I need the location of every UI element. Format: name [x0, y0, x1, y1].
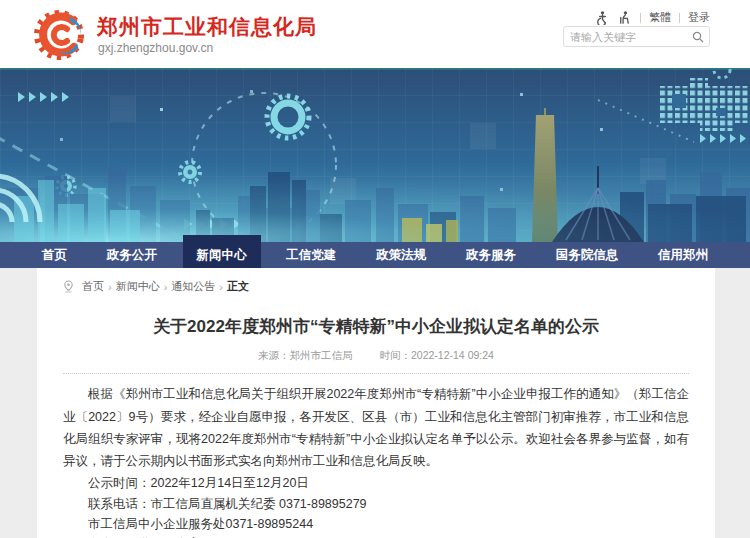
breadcrumb-notices[interactable]: 通知公告 — [171, 279, 215, 294]
search-button[interactable] — [687, 27, 709, 46]
article-source: 来源：郑州市工信局 — [258, 349, 353, 361]
site-header: 郑州市工业和信息化局 gxj.zhengzhou.gov.cn 繁體 登录 — [0, 0, 750, 68]
site-logo-icon — [33, 7, 89, 63]
banner — [0, 68, 750, 242]
accessibility-icon[interactable] — [595, 10, 610, 25]
nav-item-party-building[interactable]: 工信党建 — [272, 242, 350, 268]
site-url: gxj.zhengzhou.gov.cn — [98, 41, 213, 55]
contact-phone-line: 联系电话：市工信局直属机关纪委 0371-89895279 — [63, 495, 689, 513]
breadcrumb-separator: › — [164, 281, 168, 293]
breadcrumb-home[interactable]: 首页 — [82, 279, 104, 294]
breadcrumb-separator: › — [108, 281, 112, 293]
content-area: 首页 › 新闻中心 › 通知公告 › 正文 关于2022年度郑州市“专精特新”中… — [0, 268, 750, 538]
banner-image — [0, 68, 750, 242]
main-nav: 首页 政务公开 新闻中心 工信党建 政策法规 政务服务 国务院信息 信用郑州 — [0, 242, 750, 268]
search-icon — [692, 31, 704, 43]
nav-item-home[interactable]: 首页 — [28, 242, 81, 268]
nav-item-policies[interactable]: 政策法规 — [362, 242, 440, 268]
divider — [63, 373, 689, 374]
article-body: 根据《郑州市工业和信息化局关于组织开展2022年度郑州市“专精特新”中小企业申报… — [63, 383, 689, 538]
breadcrumb-current: 正文 — [227, 279, 249, 294]
publicity-period-line: 公示时间：2022年12月14日至12月20日 — [63, 474, 689, 492]
nav-item-gov-affairs[interactable]: 政务公开 — [93, 242, 171, 268]
search-input[interactable] — [564, 31, 687, 43]
article-card: 首页 › 新闻中心 › 通知公告 › 正文 关于2022年度郑州市“专精特新”中… — [37, 268, 715, 538]
breadcrumb-separator: › — [219, 281, 223, 293]
article-meta: 来源：郑州市工信局 时间：2022-12-14 09:24 — [63, 349, 689, 363]
article-paragraph: 根据《郑州市工业和信息化局关于组织开展2022年度郑州市“专精特新”中小企业申报… — [63, 383, 689, 472]
nav-item-credit-zhengzhou[interactable]: 信用郑州 — [644, 242, 722, 268]
traditional-chinese-link[interactable]: 繁體 — [649, 10, 671, 25]
article-time: 时间：2022-12-14 09:24 — [380, 349, 494, 361]
breadcrumb: 首页 › 新闻中心 › 通知公告 › 正文 — [63, 268, 689, 294]
nav-item-state-council-info[interactable]: 国务院信息 — [542, 242, 633, 268]
site-title: 郑州市工业和信息化局 — [97, 13, 317, 41]
breadcrumb-news-center[interactable]: 新闻中心 — [116, 279, 160, 294]
nav-item-services[interactable]: 政务服务 — [452, 242, 530, 268]
sme-service-office-line: 市工信局中小企业服务处0371-89895244 — [63, 515, 689, 533]
location-pin-icon — [63, 280, 74, 293]
elderly-mode-icon[interactable] — [617, 10, 632, 25]
header-utility-links: 繁體 登录 — [588, 10, 710, 25]
nav-item-news-center[interactable]: 新闻中心 — [183, 242, 261, 268]
search-box — [563, 26, 710, 47]
article-title: 关于2022年度郑州市“专精特新”中小企业拟认定名单的公示 — [63, 315, 689, 338]
divider — [679, 13, 680, 23]
divider — [640, 13, 641, 23]
login-link[interactable]: 登录 — [688, 10, 710, 25]
